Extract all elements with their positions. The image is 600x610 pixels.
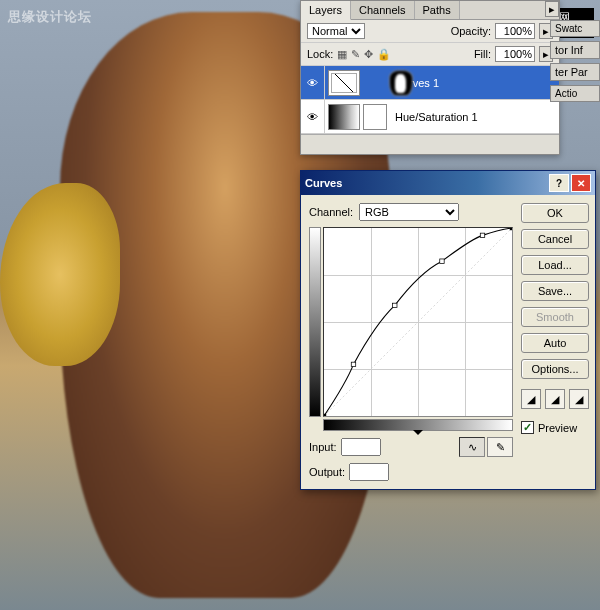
help-button[interactable]: ? xyxy=(549,174,569,192)
svg-rect-5 xyxy=(324,414,326,416)
blend-row: Normal Opacity: ▸ xyxy=(301,20,559,43)
visibility-eye-icon[interactable]: 👁 xyxy=(301,66,325,99)
lock-icons: ▦ ✎ ✥ 🔒 xyxy=(337,48,391,61)
save-button[interactable]: Save... xyxy=(521,281,589,301)
fill-input[interactable] xyxy=(495,46,535,62)
dock-tab[interactable]: Swatc xyxy=(550,20,600,37)
panel-menu-icon[interactable]: ▸ xyxy=(545,1,559,17)
layer-name: Hue/Saturation 1 xyxy=(391,111,559,123)
tab-paths[interactable]: Paths xyxy=(415,1,460,19)
preview-label: Preview xyxy=(538,422,577,434)
dialog-title: Curves xyxy=(305,177,342,189)
adjustment-thumb[interactable] xyxy=(328,70,360,96)
layer-row[interactable]: 👁 Curves 1 xyxy=(301,66,559,100)
right-dock: Swatc tor Inf ter Par Actio xyxy=(550,20,600,106)
panel-tabstrip: Layers Channels Paths ▸ xyxy=(301,1,559,20)
input-gradient xyxy=(323,419,513,431)
ok-button[interactable]: OK xyxy=(521,203,589,223)
layer-row[interactable]: 👁 Hue/Saturation 1 xyxy=(301,100,559,134)
curve-path[interactable] xyxy=(324,228,512,416)
output-field[interactable] xyxy=(349,463,389,481)
curve-mode-pencil-icon[interactable]: ✎ xyxy=(487,437,513,457)
fish-image xyxy=(0,183,120,366)
channel-select[interactable]: RGB xyxy=(359,203,459,221)
preview-checkbox[interactable]: ✓ xyxy=(521,421,534,434)
visibility-eye-icon[interactable]: 👁 xyxy=(301,100,325,133)
svg-rect-2 xyxy=(393,303,397,307)
dock-tab[interactable]: tor Inf xyxy=(550,41,600,59)
eyedropper-white-icon[interactable]: ◢ xyxy=(569,389,589,409)
layer-mask-thumb[interactable] xyxy=(389,70,413,96)
options-button[interactable]: Options... xyxy=(521,359,589,379)
dock-tab[interactable]: ter Par xyxy=(550,63,600,81)
layers-panel-footer xyxy=(301,134,559,154)
input-field[interactable] xyxy=(341,438,381,456)
channel-label: Channel: xyxy=(309,206,353,218)
smooth-button: Smooth xyxy=(521,307,589,327)
eyedropper-gray-icon[interactable]: ◢ xyxy=(545,389,565,409)
curve-mode-point-icon[interactable]: ∿ xyxy=(459,437,485,457)
auto-button[interactable]: Auto xyxy=(521,333,589,353)
layer-name: Curves 1 xyxy=(391,77,559,89)
close-button[interactable]: ✕ xyxy=(571,174,591,192)
fill-label: Fill: xyxy=(474,48,491,60)
adjustment-thumb[interactable] xyxy=(328,104,360,130)
dialog-titlebar[interactable]: Curves ? ✕ xyxy=(301,171,595,195)
tab-channels[interactable]: Channels xyxy=(351,1,414,19)
lock-label: Lock: xyxy=(307,48,333,60)
load-button[interactable]: Load... xyxy=(521,255,589,275)
lock-transparency-icon[interactable]: ▦ xyxy=(337,48,347,61)
svg-rect-4 xyxy=(480,233,484,237)
opacity-label: Opacity: xyxy=(451,25,491,37)
output-label: Output: xyxy=(309,466,345,478)
layer-mask-thumb[interactable] xyxy=(363,104,387,130)
curves-dialog: Curves ? ✕ Channel: RGB xyxy=(300,170,596,490)
output-gradient xyxy=(309,227,321,417)
svg-rect-3 xyxy=(440,259,444,263)
lock-all-icon[interactable]: 🔒 xyxy=(377,48,391,61)
input-label: Input: xyxy=(309,441,337,453)
svg-line-0 xyxy=(324,228,512,416)
layers-panel: Layers Channels Paths ▸ Normal Opacity: … xyxy=(300,0,560,155)
lock-row: Lock: ▦ ✎ ✥ 🔒 Fill: ▸ xyxy=(301,43,559,66)
layer-list: 👁 Curves 1 👁 Hue/Saturation 1 xyxy=(301,66,559,134)
svg-rect-1 xyxy=(351,362,355,366)
lock-position-icon[interactable]: ✥ xyxy=(364,48,373,61)
eyedropper-black-icon[interactable]: ◢ xyxy=(521,389,541,409)
blend-mode-select[interactable]: Normal xyxy=(307,23,365,39)
watermark-left: 思缘设计论坛 xyxy=(8,8,92,26)
opacity-input[interactable] xyxy=(495,23,535,39)
lock-paint-icon[interactable]: ✎ xyxy=(351,48,360,61)
svg-rect-6 xyxy=(510,228,512,230)
cancel-button[interactable]: Cancel xyxy=(521,229,589,249)
tab-layers[interactable]: Layers xyxy=(301,1,351,20)
dock-tab[interactable]: Actio xyxy=(550,85,600,102)
curve-grid[interactable] xyxy=(323,227,513,417)
